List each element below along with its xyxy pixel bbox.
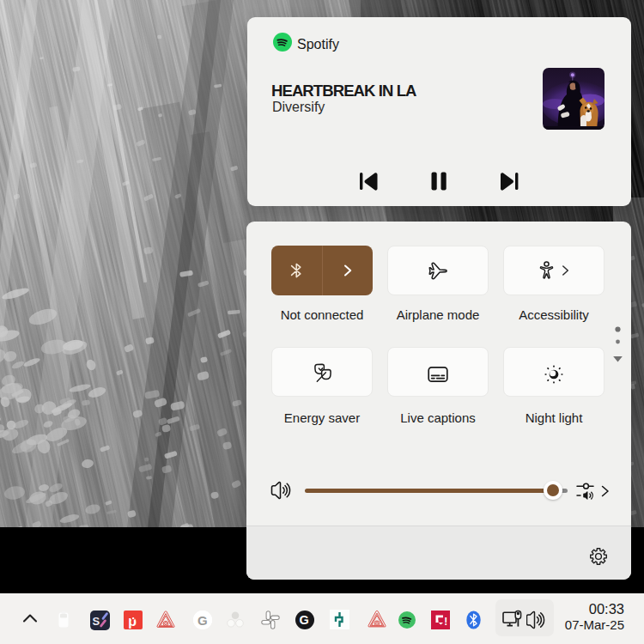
svg-text:G: G [300, 613, 309, 627]
svg-text:S: S [93, 615, 100, 628]
svg-text:G: G [197, 613, 208, 628]
svg-text:!: ! [444, 616, 447, 628]
svg-text:p: p [128, 614, 137, 629]
